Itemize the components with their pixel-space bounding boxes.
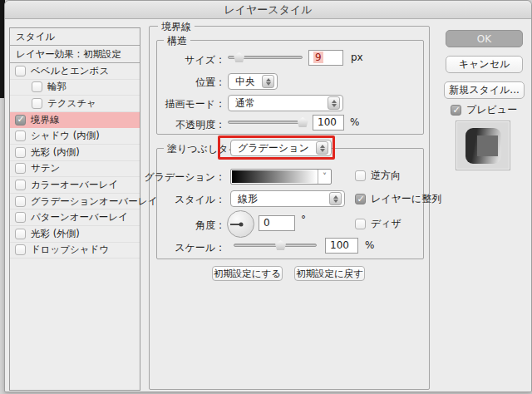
sidebar-item-checkbox[interactable]	[15, 244, 26, 255]
sidebar-item-label: グラデーションオーバーレイ	[31, 195, 157, 208]
gradient-label: グラデーション :	[144, 170, 222, 185]
stepper-icon	[328, 96, 340, 110]
angle-dial[interactable]	[227, 210, 254, 238]
sidebar-item[interactable]: グラデーションオーバーレイ	[10, 194, 140, 210]
size-input[interactable]: 9	[308, 50, 343, 66]
reverse-checkbox-row[interactable]: 逆方向	[355, 169, 401, 183]
sidebar-item[interactable]: 光彩 (外側)	[10, 226, 140, 243]
sidebar-item[interactable]: サテン	[10, 161, 140, 178]
sidebar-item-label: 境界線	[31, 114, 60, 126]
reverse-checkbox[interactable]	[355, 170, 366, 181]
fill-type-dropdown[interactable]: グラデーション	[230, 140, 332, 156]
gradient-preview-bar[interactable]	[232, 170, 317, 183]
ok-button[interactable]: OK	[446, 30, 523, 47]
sidebar-item[interactable]: カラーオーバーレイ	[10, 177, 140, 194]
align-layer-checkbox[interactable]	[355, 194, 366, 204]
preview-checkbox[interactable]	[451, 105, 461, 116]
size-slider[interactable]	[228, 52, 303, 62]
sidebar-item-label: カラーオーバーレイ	[31, 179, 118, 191]
sidebar-item-checkbox[interactable]	[15, 180, 26, 190]
sidebar-item-checkbox[interactable]	[32, 81, 42, 92]
sidebar-item-checkbox[interactable]	[15, 147, 26, 158]
opacity-unit: %	[350, 116, 359, 128]
scale-input[interactable]: 100	[325, 238, 358, 254]
cancel-button[interactable]: キャンセル	[446, 56, 523, 73]
sidebar-item[interactable]: 輪郭	[10, 80, 140, 96]
size-slider-thumb[interactable]	[234, 52, 244, 62]
dialog-titlebar[interactable]: レイヤースタイル	[5, 1, 531, 19]
reset-default-button[interactable]: 初期設定に戻す	[294, 266, 365, 281]
scale-slider-track	[234, 244, 317, 247]
sidebar-item[interactable]: パターンオーバーレイ	[10, 209, 140, 226]
preview-checkbox-row[interactable]: プレビュー	[451, 103, 517, 117]
align-layer-checkbox-row[interactable]: レイヤーに整列	[355, 192, 441, 206]
style-preview-thumbnail	[456, 121, 510, 170]
preview-gradient-stroke-shape	[466, 128, 501, 164]
angle-unit: °	[301, 214, 306, 225]
chevron-down-icon[interactable]: ˅	[318, 170, 331, 184]
sidebar-item-checkbox[interactable]	[15, 229, 26, 239]
position-label: 位置 :	[195, 76, 222, 90]
sidebar-item-label: テクスチャ	[47, 97, 96, 110]
screen: レイヤースタイル スタイル レイヤー効果 : 初期設定 ベベルとエンボス輪郭テク…	[0, 0, 532, 394]
position-dropdown[interactable]: 中央	[228, 73, 278, 90]
size-label: サイズ :	[185, 53, 222, 67]
opacity-slider-thumb[interactable]	[298, 117, 308, 127]
sidebar-item[interactable]: シャドウ (内側)	[10, 128, 140, 145]
dialog-title: レイヤースタイル	[224, 2, 312, 17]
sidebar-item-label: 光彩 (外側)	[31, 228, 80, 240]
sidebar-item-label: パターンオーバーレイ	[31, 211, 128, 224]
sidebar-item-blending-defaults[interactable]: レイヤー効果 : 初期設定	[10, 46, 140, 63]
angle-label: 角度 :	[195, 219, 222, 233]
preview-label: プレビュー	[466, 103, 517, 117]
sidebar-header-styles: スタイル	[10, 28, 140, 46]
sidebar-item[interactable]: 光彩 (内側)	[10, 145, 140, 161]
sidebar-item-checkbox[interactable]	[15, 196, 26, 207]
make-default-button[interactable]: 初期設定にする	[212, 266, 283, 281]
size-unit: px	[351, 52, 363, 63]
structure-groupbox: 構造 サイズ : 9 px 位置 : 中央 描画モード : 通常	[156, 40, 424, 135]
sidebar-item-label: 輪郭	[47, 81, 66, 93]
sidebar-item[interactable]: ドロップシャドウ	[10, 243, 140, 259]
stroke-groupbox-legend: 境界線	[158, 20, 195, 34]
gradient-style-dropdown[interactable]: 線形	[230, 190, 345, 207]
new-style-button[interactable]: 新規スタイル...	[444, 81, 525, 99]
sidebar-item-label: ベベルとエンボス	[31, 65, 109, 77]
dither-checkbox[interactable]	[355, 219, 366, 229]
sidebar-item-checkbox[interactable]	[15, 66, 26, 76]
sidebar-item[interactable]: ベベルとエンボス	[10, 63, 140, 80]
sidebar-item-checkbox[interactable]	[15, 163, 26, 174]
sidebar-item-list: ベベルとエンボス輪郭テクスチャ境界線シャドウ (内側)光彩 (内側)サテンカラー…	[10, 63, 140, 259]
reverse-label: 逆方向	[371, 169, 401, 183]
opacity-slider-track	[228, 121, 307, 124]
opacity-slider[interactable]	[228, 116, 307, 127]
dither-checkbox-row[interactable]: ディザ	[355, 217, 401, 231]
align-layer-label: レイヤーに整列	[371, 192, 441, 206]
stepper-icon	[262, 75, 274, 88]
preview-inner-square	[477, 135, 498, 156]
fill-type-groupbox: 塗りつぶしタイプ : グラデーション グラデーション : ˅ 逆方向 スタイル …	[156, 148, 424, 259]
blend-mode-label: 描画モード :	[165, 97, 222, 111]
angle-input[interactable]: 0	[259, 215, 295, 231]
sidebar-item-checkbox[interactable]	[15, 115, 26, 126]
sidebar-item-checkbox[interactable]	[32, 98, 42, 109]
gradient-picker[interactable]: ˅	[230, 169, 332, 185]
sidebar-item-checkbox[interactable]	[15, 212, 26, 223]
angle-hub	[239, 222, 243, 226]
scale-unit: %	[365, 239, 374, 251]
stepper-icon	[329, 192, 342, 205]
sidebar-item-label: サテン	[31, 162, 60, 175]
blend-mode-dropdown[interactable]: 通常	[228, 95, 343, 111]
opacity-input[interactable]: 100	[313, 115, 344, 131]
opacity-label: 不透明度 :	[175, 118, 222, 132]
sidebar-item[interactable]: 境界線	[10, 112, 140, 129]
sidebar-item-label: ドロップシャドウ	[31, 244, 109, 256]
sidebar-item-checkbox[interactable]	[15, 131, 26, 141]
sidebar-item-label: シャドウ (内側)	[31, 130, 100, 142]
stroke-groupbox: 境界線 構造 サイズ : 9 px 位置 : 中央 描画	[149, 26, 430, 390]
sidebar-item[interactable]: テクスチャ	[10, 96, 140, 112]
dither-label: ディザ	[371, 217, 401, 231]
scale-slider-thumb[interactable]	[275, 240, 286, 250]
scale-slider[interactable]	[234, 239, 317, 250]
styles-sidebar: スタイル レイヤー効果 : 初期設定 ベベルとエンボス輪郭テクスチャ境界線シャド…	[9, 27, 140, 391]
